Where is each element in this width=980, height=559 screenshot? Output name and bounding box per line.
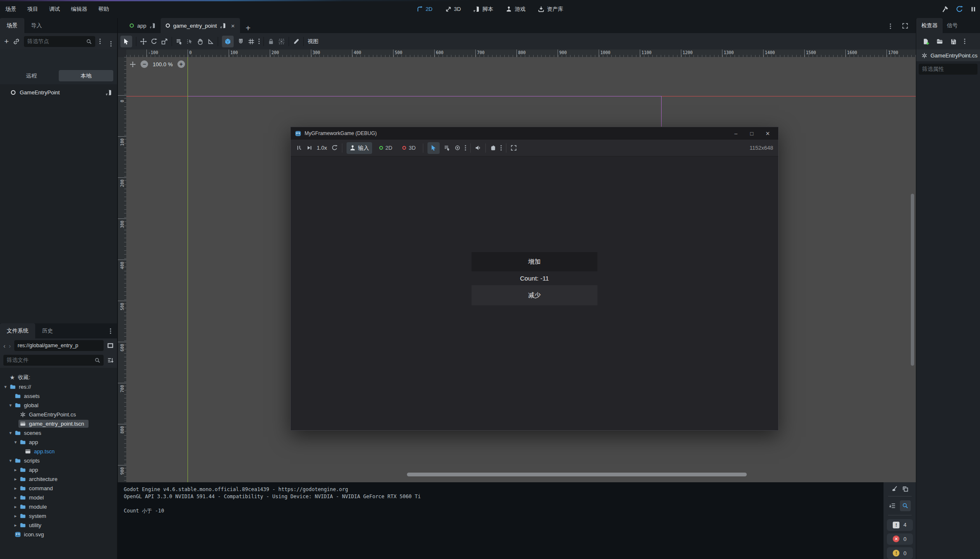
scene-tree-root-node[interactable]: GameEntryPoint [0,86,117,99]
ruler-tool-icon[interactable] [207,38,214,45]
tree-row-scenes-app[interactable]: ▾app [0,437,117,447]
scene-tab-game-entry-point[interactable]: game_entry_point × [161,18,240,33]
maximize-icon[interactable]: □ [745,130,758,137]
filter-files-input[interactable]: 筛选文件 [3,355,104,366]
debug-3d-button[interactable]: 3D [399,142,419,154]
script-icon[interactable] [150,23,156,29]
fullscreen-icon[interactable] [511,145,517,151]
vertical-scrollbar[interactable] [911,194,914,366]
clear-output-icon[interactable] [891,486,898,492]
tab-signals[interactable]: 信号 [943,18,962,33]
scene-tab-app[interactable]: app [125,18,161,33]
collapse-arrow-icon[interactable]: ▾ [8,430,13,436]
tree-row-icon-svg[interactable]: icon.svg [0,530,117,539]
skeleton-options-icon[interactable] [293,38,300,45]
reset-speed-icon[interactable] [331,145,338,151]
pan-tool-icon[interactable] [197,38,203,45]
tree-row-favorites[interactable]: ★收藏: [0,373,117,382]
instance-link-icon[interactable] [13,38,20,45]
tree-row-model[interactable]: ▸model [0,493,117,502]
search-output-button[interactable] [900,500,911,511]
message-count-badge[interactable]: ! 4 [887,519,913,531]
local-button[interactable]: 本地 [59,70,113,81]
workspace-script-button[interactable]: 脚本 [474,5,493,13]
tree-row-res[interactable]: ▾res:// [0,382,117,391]
decrease-button[interactable]: 减少 [472,285,597,305]
tab-inspector[interactable]: 检查器 [916,18,943,33]
remote-debug-tool-icon[interactable] [942,5,949,13]
mute-audio-icon[interactable] [475,145,481,151]
filter-properties-input[interactable]: 筛选属性 [919,64,977,75]
overlay-icon[interactable] [490,145,496,151]
expand-arrow-icon[interactable]: ▸ [13,486,18,491]
reload-icon[interactable] [956,5,963,13]
debug-2d-button[interactable]: 2D [376,142,396,154]
copy-output-icon[interactable] [902,486,909,492]
pause-icon[interactable] [970,6,977,13]
editor-layout-menu-icon[interactable] [890,26,891,27]
tab-import[interactable]: 导入 [24,18,49,33]
expand-arrow-icon[interactable]: ▸ [13,513,18,519]
minimize-icon[interactable]: – [730,130,742,137]
expand-canvas-icon[interactable] [902,23,908,29]
speed-value[interactable]: 1.0x [317,145,327,151]
remote-button[interactable]: 远程 [4,70,59,81]
expand-arrow-icon[interactable]: ▸ [13,523,18,528]
horizontal-scrollbar[interactable] [407,473,747,476]
tree-row-command[interactable]: ▸command [0,484,117,493]
select-tool-button[interactable] [120,36,132,47]
scene-dock-menu-icon[interactable] [110,43,112,44]
select-behind-tool-icon[interactable] [186,38,193,45]
load-resource-icon[interactable] [936,38,943,45]
game-window-titlebar[interactable]: MyGFrameworkGame (DEBUG) – □ ✕ [291,127,778,140]
menu-project[interactable]: 项目 [22,0,44,18]
edited-object-row[interactable]: GameEntryPoint.cs [916,49,980,61]
path-field[interactable]: res://global/game_entry_p [14,340,104,351]
tree-row-global[interactable]: ▾global [0,400,117,410]
move-tool-icon[interactable] [140,38,147,45]
add-node-button[interactable]: + [4,37,9,45]
menu-help[interactable]: 帮助 [93,0,115,18]
view-menu-button[interactable]: 视图 [308,38,318,45]
scale-tool-icon[interactable] [161,38,168,45]
group-selected-icon[interactable] [278,38,285,45]
menu-editor[interactable]: 编辑器 [65,0,93,18]
close-tab-icon[interactable]: × [231,22,235,29]
grid-toggle-icon[interactable] [248,38,255,45]
tree-row-gameentrypoint-cs[interactable]: GameEntryPoint.cs [0,410,117,419]
expand-arrow-icon[interactable]: ▸ [13,467,18,473]
expand-arrow-icon[interactable]: ▸ [13,476,18,482]
close-icon[interactable]: ✕ [761,130,774,137]
overlay-menu-icon[interactable] [500,147,502,148]
tree-row-scripts[interactable]: ▾scripts [0,456,117,465]
smart-snap-button[interactable] [222,36,234,47]
break-icon[interactable] [296,145,302,151]
expand-arrow-icon[interactable]: ▸ [13,504,18,510]
tab-filesystem[interactable]: 文件系统 [0,323,35,338]
filter-nodes-input[interactable]: 筛选节点 [24,36,95,47]
nav-back-icon[interactable]: ‹ [3,342,5,349]
tree-row-assets[interactable]: assets [0,391,117,400]
scene-toolbar-menu-icon[interactable] [99,41,101,42]
zoom-in-button[interactable]: + [177,60,185,68]
tab-scene[interactable]: 场景 [0,18,24,33]
tree-row-scenes[interactable]: ▾scenes [0,428,117,437]
list-select-tool-icon[interactable] [176,38,182,45]
filesystem-menu-icon[interactable] [110,330,111,332]
workspace-game-button[interactable]: 游戏 [506,5,526,13]
expand-arrow-icon[interactable]: ▸ [13,495,18,500]
tab-history[interactable]: 历史 [35,323,60,338]
collapse-arrow-icon[interactable]: ▾ [8,458,13,463]
tree-row-game-entry-point-tscn[interactable]: game_entry_point.tscn [0,419,117,428]
rotate-tool-icon[interactable] [151,38,157,45]
menu-debug[interactable]: 调试 [44,0,65,18]
lock-selected-icon[interactable] [268,38,274,45]
tree-row-scripts-app[interactable]: ▸app [0,465,117,474]
zoom-level[interactable]: 100.0 % [153,61,173,68]
debug-select-button[interactable] [427,142,440,154]
select-options-menu-icon[interactable] [465,147,466,148]
increase-button[interactable]: 增加 [472,252,597,271]
center-view-icon[interactable] [130,61,136,68]
collapse-arrow-icon[interactable]: ▾ [8,403,13,408]
next-frame-icon[interactable] [306,145,313,151]
